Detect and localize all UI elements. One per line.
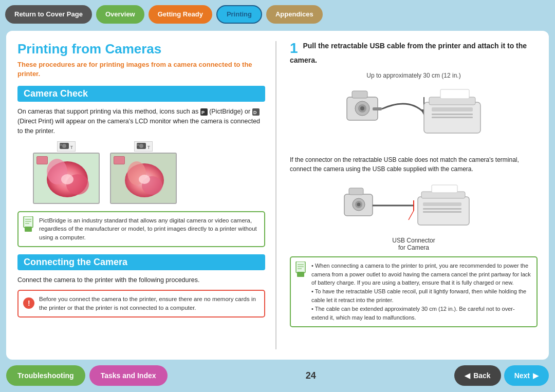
warning-box: ! Before you connect the camera to the p… bbox=[17, 290, 265, 317]
back-button[interactable]: ◀ Back bbox=[454, 365, 501, 386]
svg-rect-39 bbox=[440, 89, 469, 99]
svg-rect-48 bbox=[423, 202, 461, 206]
warning-icon: ! bbox=[23, 295, 35, 307]
svg-line-52 bbox=[409, 211, 414, 220]
directprint-icon: D bbox=[252, 108, 260, 116]
warning-text: Before you connect the camera to the pri… bbox=[39, 296, 256, 311]
svg-rect-6 bbox=[60, 144, 62, 146]
next-button[interactable]: Next ▶ bbox=[504, 365, 549, 386]
flower-image-1 bbox=[34, 154, 100, 204]
page-title: Printing from Cameras bbox=[17, 41, 265, 57]
bottom-bar: Troubleshooting Tasks and Index 24 ◀ Bac… bbox=[0, 362, 555, 389]
connecting-camera-header: Connecting the Camera bbox=[17, 254, 265, 270]
flower-image-2 bbox=[111, 154, 177, 204]
usb-connector-label: USB Connectorfor Camera bbox=[290, 237, 538, 251]
svg-rect-28 bbox=[352, 91, 367, 98]
svg-point-44 bbox=[357, 202, 361, 206]
step-number: 1 bbox=[290, 40, 298, 56]
svg-rect-46 bbox=[418, 197, 469, 225]
svg-rect-57 bbox=[297, 272, 304, 277]
diagram1-caption: Up to approximately 30 cm (12 in.) bbox=[290, 72, 538, 79]
printing-button[interactable]: Printing bbox=[216, 5, 262, 24]
pictbridge-note-box: PictBridge is an industry standard that … bbox=[17, 211, 265, 247]
right-column: 1 Pull the retractable USB cable from th… bbox=[287, 41, 538, 349]
tasks-index-button[interactable]: Tasks and Index bbox=[89, 365, 168, 386]
svg-rect-13 bbox=[139, 144, 143, 148]
page-number: 24 bbox=[172, 370, 451, 381]
svg-point-31 bbox=[360, 106, 364, 110]
right-note-box: • When connecting a camera to the printe… bbox=[290, 256, 538, 328]
svg-text:P: P bbox=[201, 110, 205, 115]
next-arrow-icon: ▶ bbox=[533, 371, 539, 380]
camera-check-text: On cameras that support printing via thi… bbox=[17, 107, 265, 136]
return-to-cover-button[interactable]: Return to Cover Page bbox=[5, 5, 92, 24]
svg-rect-53 bbox=[296, 262, 305, 273]
svg-point-11 bbox=[61, 174, 73, 184]
left-column: Printing from Cameras These procedures a… bbox=[17, 41, 276, 349]
cam-icon-2 bbox=[137, 143, 146, 149]
back-arrow-icon: ◀ bbox=[465, 371, 470, 380]
pictbridge-note-text: PictBridge is an industry standard that … bbox=[39, 217, 257, 240]
step1-header: 1 Pull the retractable USB cable from th… bbox=[290, 41, 538, 66]
step1-text: Pull the retractable USB cable from the … bbox=[290, 42, 527, 64]
svg-text:!: ! bbox=[28, 299, 30, 307]
note-icon-green bbox=[23, 216, 35, 229]
svg-point-19 bbox=[139, 175, 150, 184]
svg-rect-38 bbox=[432, 117, 473, 118]
svg-rect-20 bbox=[24, 216, 33, 228]
getting-ready-button[interactable]: Getting Ready bbox=[149, 5, 212, 24]
svg-rect-41 bbox=[349, 188, 363, 195]
svg-rect-24 bbox=[25, 227, 32, 232]
right-body-text: If the connector on the retractable USB … bbox=[290, 155, 538, 174]
pictbridge-icon: P bbox=[200, 108, 208, 116]
svg-rect-50 bbox=[423, 211, 461, 213]
note-paper-icon bbox=[23, 216, 35, 232]
appendices-button[interactable]: Appendices bbox=[266, 5, 323, 24]
warning-symbol: ! bbox=[23, 295, 35, 309]
next-label: Next bbox=[514, 371, 530, 380]
troubleshoot-button[interactable]: Troubleshooting bbox=[6, 365, 85, 386]
back-label: Back bbox=[473, 371, 490, 380]
camera-images-row: T bbox=[33, 141, 250, 204]
diagram-area-2: USB Connectorfor Camera bbox=[290, 179, 538, 251]
cam-icon-1 bbox=[60, 143, 69, 149]
usb-connector-diagram bbox=[342, 179, 486, 240]
diagram-area-1: Up to approximately 30 cm (12 in.) bbox=[290, 72, 538, 150]
svg-rect-37 bbox=[432, 114, 473, 115]
svg-rect-51 bbox=[432, 185, 457, 193]
camera-check-header: Camera Check bbox=[17, 86, 265, 102]
connect-text: Connect the camera to the printer with t… bbox=[17, 275, 265, 285]
back-next-nav: ◀ Back Next ▶ bbox=[454, 365, 549, 386]
svg-rect-5 bbox=[62, 144, 66, 148]
svg-rect-49 bbox=[423, 208, 461, 210]
right-note-icon-green bbox=[295, 262, 307, 274]
camera-image-1 bbox=[33, 153, 100, 204]
main-content: Printing from Cameras These procedures a… bbox=[6, 31, 549, 360]
usb-cable-diagram-1 bbox=[342, 82, 486, 148]
svg-rect-36 bbox=[432, 107, 473, 111]
svg-rect-14 bbox=[137, 144, 139, 146]
overview-button[interactable]: Overview bbox=[96, 5, 144, 24]
subtitle: These procedures are for printing images… bbox=[17, 60, 265, 79]
right-note-text: • When connecting a camera to the printe… bbox=[311, 263, 531, 321]
svg-rect-32 bbox=[373, 107, 382, 110]
svg-text:D: D bbox=[253, 110, 257, 115]
top-nav: Return to Cover Page Overview Getting Re… bbox=[0, 0, 555, 28]
camera-image-2 bbox=[110, 153, 177, 204]
note-paper-icon-right bbox=[295, 262, 307, 277]
